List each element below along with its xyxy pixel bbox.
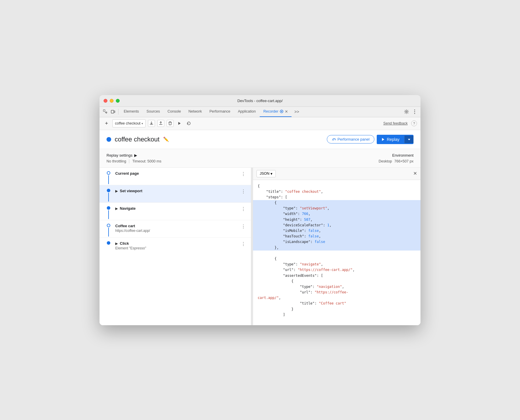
step-dot: [107, 241, 110, 245]
recorder-bar: + coffee checkout ▾: [100, 117, 420, 130]
close-button[interactable]: [104, 99, 107, 103]
tab-elements[interactable]: Elements: [120, 106, 142, 117]
replay-dropdown-button[interactable]: [404, 136, 413, 143]
svg-point-6: [414, 110, 415, 111]
recording-header: coffee checkout ✏️ Performance panel Rep…: [100, 130, 420, 149]
traffic-lights: [104, 99, 120, 103]
svg-marker-9: [178, 122, 181, 125]
close-json-panel-button[interactable]: ✕: [413, 171, 417, 176]
maximize-button[interactable]: [116, 99, 120, 103]
tab-performance[interactable]: Performance: [206, 106, 234, 117]
start-recording-button[interactable]: [176, 120, 183, 127]
steps-panel: Current page ⋮ ▶ Set viewport ⋮: [100, 168, 251, 325]
environment-detail: Desktop 766×507 px: [378, 159, 413, 163]
step-menu-icon[interactable]: ⋮: [240, 224, 246, 230]
json-format-selector[interactable]: JSON ▾: [256, 170, 276, 177]
step-title: ▶ Set viewport: [115, 189, 238, 193]
json-content: { "title": "coffee checkout", "steps": […: [253, 180, 420, 325]
resolution-value: 766×507 px: [394, 159, 413, 163]
step-subtitle: https://coffee-cart.app/: [115, 229, 238, 233]
replay-step-button[interactable]: [185, 120, 192, 127]
step-menu-icon[interactable]: ⋮: [240, 206, 246, 212]
step-dot: [107, 206, 110, 210]
svg-point-5: [406, 111, 407, 113]
svg-marker-11: [408, 139, 410, 140]
step-connector: [104, 203, 113, 219]
window-title: DevTools - coffee-cart.app/: [237, 99, 282, 103]
step-title: ▶ Navigate: [115, 206, 238, 211]
json-toolbar: JSON ▾ ✕: [253, 168, 420, 180]
more-options-icon[interactable]: [411, 108, 418, 115]
step-connector: [104, 238, 113, 245]
recorder-bar-right: Send feedback ?: [383, 120, 417, 126]
step-navigate[interactable]: ▶ Navigate ⋮: [100, 203, 251, 220]
step-title: Coffee cart: [115, 224, 238, 228]
step-menu-icon[interactable]: ⋮: [240, 171, 246, 177]
step-line: [108, 175, 109, 184]
settings-expand-icon: ▶: [134, 153, 137, 158]
recording-selector[interactable]: coffee checkout ▾: [112, 119, 146, 127]
step-expand-icon[interactable]: ▶: [115, 189, 118, 193]
environment-title: Environment: [378, 153, 413, 158]
svg-point-7: [414, 111, 415, 112]
step-title: Current page: [115, 171, 238, 176]
svg-rect-1: [111, 110, 114, 113]
step-dot: [107, 189, 110, 192]
minimize-button[interactable]: [110, 99, 114, 103]
more-tabs-icon[interactable]: >>: [292, 109, 301, 114]
settings-icon[interactable]: [403, 108, 410, 115]
step-connector: [104, 168, 113, 184]
send-feedback-link[interactable]: Send feedback: [383, 121, 408, 125]
import-recording-button[interactable]: [157, 120, 164, 127]
step-click[interactable]: ▶ Click Element "Espresso" ⋮: [100, 238, 251, 255]
step-menu-icon[interactable]: ⋮: [240, 241, 246, 247]
step-set-viewport[interactable]: ▶ Set viewport ⋮: [100, 185, 251, 203]
svg-point-8: [414, 113, 415, 114]
step-connector: [104, 185, 113, 202]
title-bar: DevTools - coffee-cart.app/: [100, 95, 420, 107]
tab-application[interactable]: Application: [234, 106, 259, 117]
timeout-setting: Timeout: 5000 ms: [129, 159, 164, 163]
devtools-window: DevTools - coffee-cart.app/ Elements Sou…: [100, 95, 420, 325]
device-toggle-icon[interactable]: [109, 108, 116, 115]
close-recorder-tab-icon[interactable]: ✕: [285, 109, 288, 114]
throttling-setting: No throttling: [107, 159, 129, 163]
step-coffee-cart[interactable]: Coffee cart https://coffee-cart.app/ ⋮: [100, 220, 251, 238]
replay-main-button[interactable]: Replay: [377, 135, 404, 144]
toolbar-separator: [118, 109, 118, 115]
settings-row: Replay settings ▶ No throttling Timeout:…: [100, 149, 420, 168]
toolbar-right: [403, 108, 418, 115]
dropdown-arrow-icon: ▾: [142, 122, 143, 125]
delete-recording-button[interactable]: [167, 120, 174, 127]
recording-actions: Performance panel Replay: [327, 135, 413, 144]
settings-detail: No throttling Timeout: 5000 ms: [107, 159, 164, 163]
performance-panel-button[interactable]: Performance panel: [327, 135, 375, 144]
replay-settings-toggle[interactable]: Replay settings ▶: [107, 153, 164, 158]
desktop-label: Desktop: [378, 159, 392, 163]
main-content: Current page ⋮ ▶ Set viewport ⋮: [100, 168, 420, 325]
export-recording-button[interactable]: [148, 120, 155, 127]
recording-name: coffee checkout: [115, 136, 160, 143]
tab-network[interactable]: Network: [185, 106, 205, 117]
recording-status-dot: [107, 137, 111, 142]
step-expand-icon[interactable]: ▶: [115, 242, 118, 245]
json-panel: JSON ▾ ✕ { "title": "coffee checkout", "…: [253, 168, 420, 325]
tab-console[interactable]: Console: [164, 106, 184, 117]
add-recording-button[interactable]: +: [103, 120, 110, 127]
svg-rect-0: [103, 110, 105, 111]
step-content: ▶ Set viewport: [113, 185, 240, 197]
step-dot: [107, 171, 110, 175]
step-current-page[interactable]: Current page ⋮: [100, 168, 251, 185]
step-line: [108, 210, 109, 219]
step-subtitle: Element "Espresso": [115, 246, 238, 250]
inspect-element-icon[interactable]: [102, 108, 109, 115]
step-content: ▶ Click Element "Espresso": [113, 238, 240, 254]
step-content: Current page: [113, 168, 240, 179]
edit-recording-name-icon[interactable]: ✏️: [163, 136, 169, 142]
help-button[interactable]: ?: [411, 120, 417, 126]
step-content: Coffee cart https://coffee-cart.app/: [113, 220, 240, 236]
step-expand-icon[interactable]: ▶: [115, 207, 118, 210]
tab-sources[interactable]: Sources: [143, 106, 163, 117]
step-menu-icon[interactable]: ⋮: [240, 189, 246, 195]
tab-recorder[interactable]: Recorder ✕: [260, 106, 291, 117]
